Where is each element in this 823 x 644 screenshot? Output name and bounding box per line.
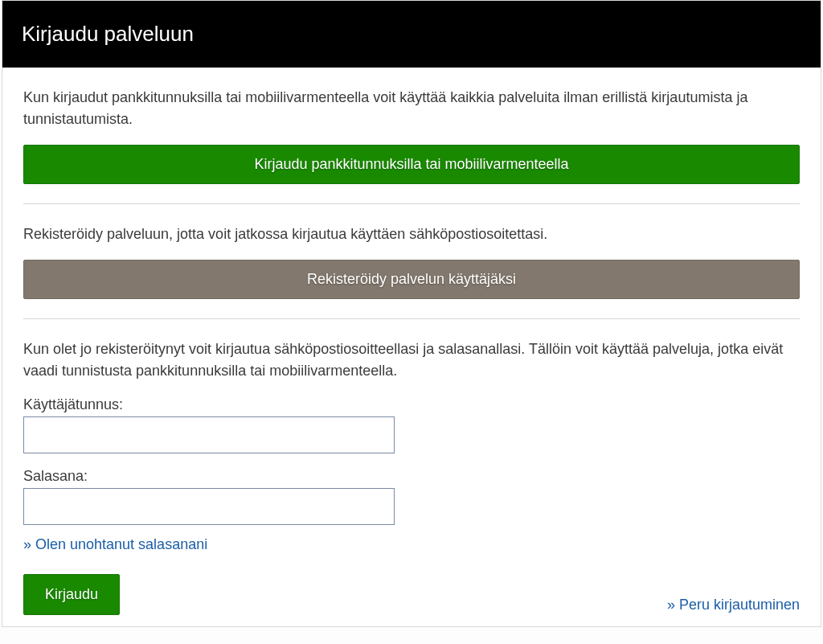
bank-login-button[interactable]: Kirjaudu pankkitunnuksilla tai mobiiliva… (23, 145, 800, 184)
register-description: Rekisteröidy palveluun, jotta voit jatko… (23, 224, 800, 245)
username-input[interactable] (23, 416, 395, 453)
page-content: Kun kirjaudut pankkitunnuksilla tai mobi… (2, 68, 821, 626)
username-label: Käyttäjätunnus: (23, 396, 800, 413)
email-login-description: Kun olet jo rekisteröitynyt voit kirjaut… (23, 338, 800, 382)
login-page: Kirjaudu palveluun Kun kirjaudut pankkit… (2, 0, 821, 627)
divider (23, 203, 800, 204)
username-group: Käyttäjätunnus: (23, 396, 800, 453)
form-footer: Kirjaudu » Peru kirjautuminen (23, 574, 800, 615)
login-button[interactable]: Kirjaudu (23, 574, 120, 615)
forgot-password-row: » Olen unohtanut salasanani (23, 536, 800, 553)
password-group: Salasana: (23, 468, 800, 525)
register-button[interactable]: Rekisteröidy palvelun käyttäjäksi (23, 260, 800, 299)
page-header: Kirjaudu palveluun (2, 1, 821, 68)
password-input[interactable] (23, 488, 395, 525)
password-label: Salasana: (23, 468, 800, 485)
cancel-login-link[interactable]: » Peru kirjautuminen (667, 597, 800, 615)
divider (23, 318, 800, 319)
bank-login-description: Kun kirjaudut pankkitunnuksilla tai mobi… (23, 87, 800, 130)
page-title: Kirjaudu palveluun (22, 22, 801, 47)
forgot-password-link[interactable]: » Olen unohtanut salasanani (23, 536, 207, 552)
